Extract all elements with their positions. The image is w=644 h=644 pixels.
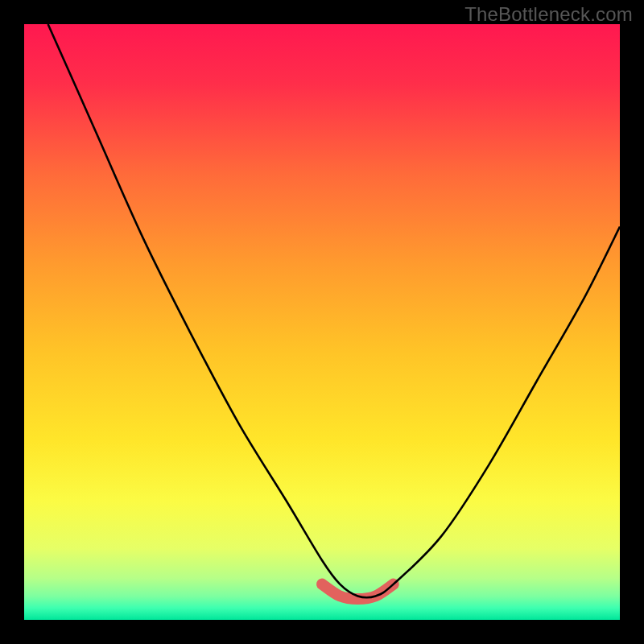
chart-canvas [0, 0, 644, 644]
plot-background [24, 24, 620, 620]
chart-frame: { "watermark": "TheBottleneck.com", "cha… [0, 0, 644, 644]
watermark-text: TheBottleneck.com [464, 3, 633, 26]
